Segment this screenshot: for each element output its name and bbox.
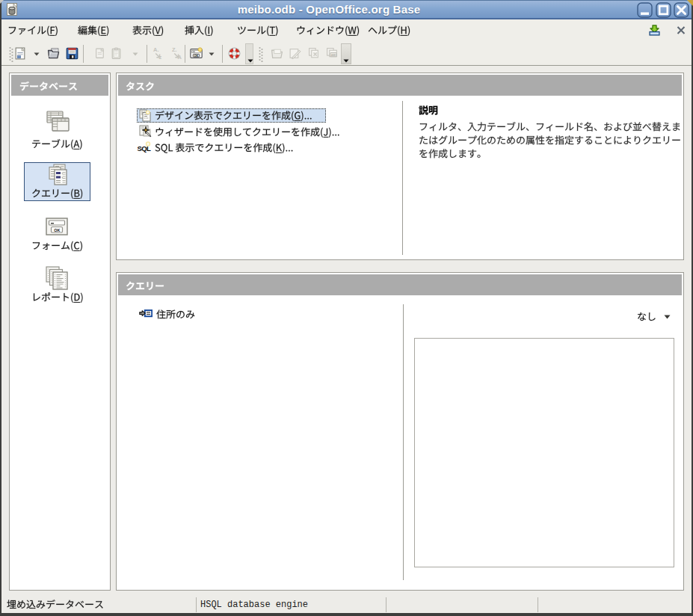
svg-text:Z.: Z. (172, 47, 177, 53)
svg-text:OK: OK (194, 55, 199, 58)
svg-text:OK: OK (54, 228, 60, 232)
svg-text:SQL: SQL (138, 144, 152, 153)
svg-text:A.: A. (153, 47, 158, 53)
svg-text:ABI: ABI (331, 53, 336, 57)
